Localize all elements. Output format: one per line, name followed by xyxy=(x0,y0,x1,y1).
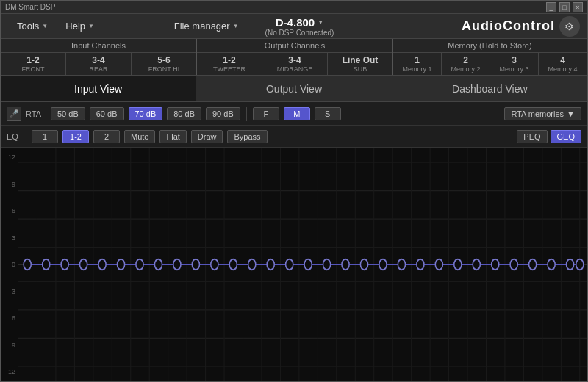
input-tab-12[interactable]: 1-2 FRONT xyxy=(1,53,66,75)
y-label-0: 0 xyxy=(1,261,18,268)
memory-tab-3[interactable]: 3 Memory 3 xyxy=(490,53,539,75)
file-manager-label: File manager xyxy=(174,21,230,32)
output-channel-group: Output Channels 1-2 TWEETER 3-4 MIDRANGE… xyxy=(197,39,393,75)
eq-type-geq[interactable]: GEQ xyxy=(551,130,581,143)
input-tab-34-num: 3-4 xyxy=(92,55,104,65)
close-button[interactable]: × xyxy=(573,2,583,12)
rta-mode-f[interactable]: F xyxy=(253,107,279,120)
eq-type-peq[interactable]: PEQ xyxy=(517,130,547,143)
tools-arrow: ▼ xyxy=(42,23,48,29)
memory-group-title: Memory (Hold to Store) xyxy=(393,39,587,53)
output-tab-34[interactable]: 3-4 MIDRANGE xyxy=(262,53,328,75)
tools-menu[interactable]: Tools ▼ xyxy=(8,18,57,35)
view-btn-input-label: Input View xyxy=(74,83,122,95)
memory-tab-2-label: Memory 2 xyxy=(451,65,480,73)
device-info[interactable]: D-4.800 ▼ (No DSP Connected) xyxy=(257,15,343,38)
title-bar: DM Smart DSP _ □ × xyxy=(1,1,587,14)
output-tab-lineout-label: SUB xyxy=(354,65,368,73)
output-tab-lineout-num: Line Out xyxy=(343,55,379,65)
rta-label: RTA xyxy=(26,109,46,118)
file-manager-arrow: ▼ xyxy=(233,23,239,29)
eq-label: EQ xyxy=(7,132,27,141)
eq-point-24 xyxy=(473,259,480,270)
mic-icon[interactable]: 🎤 xyxy=(7,107,21,121)
rta-80db[interactable]: 80 dB xyxy=(167,107,201,120)
memory-tab-1[interactable]: 1 Memory 1 xyxy=(393,53,442,75)
output-tab-12[interactable]: 1-2 TWEETER xyxy=(197,53,262,75)
help-arrow: ▼ xyxy=(88,23,94,29)
chart-area xyxy=(18,148,587,381)
title-bar-controls: _ □ × xyxy=(546,2,583,12)
y-label-12top: 12 xyxy=(1,154,18,161)
eq-point-29 xyxy=(566,259,573,270)
eq-point-21 xyxy=(417,259,424,270)
eq-point-23 xyxy=(454,259,462,270)
help-menu[interactable]: Help ▼ xyxy=(57,18,103,35)
rta-memories-dropdown[interactable]: RTA memories ▼ xyxy=(504,107,581,120)
eq-ch-12[interactable]: 1-2 xyxy=(62,130,89,143)
memory-tab-4[interactable]: 4 Memory 4 xyxy=(539,53,587,75)
eq-point-9 xyxy=(192,259,199,270)
help-label: Help xyxy=(65,21,85,32)
maximize-button[interactable]: □ xyxy=(559,2,570,12)
memory-tab-2-num: 2 xyxy=(463,55,468,65)
separator-1 xyxy=(246,107,247,121)
output-group-title: Output Channels xyxy=(197,39,392,53)
rta-50db[interactable]: 50 dB xyxy=(51,107,85,120)
input-tab-56-num: 5-6 xyxy=(157,55,170,65)
input-tab-12-num: 1-2 xyxy=(26,55,39,65)
output-channel-tabs: 1-2 TWEETER 3-4 MIDRANGE Line Out SUB xyxy=(197,53,392,75)
y-label-neg9: 9 xyxy=(1,342,18,349)
eq-point-18 xyxy=(360,259,368,270)
output-tab-34-num: 3-4 xyxy=(288,55,301,65)
eq-point-17 xyxy=(342,259,349,270)
eq-point-3 xyxy=(80,259,87,270)
eq-point-0 xyxy=(24,259,31,270)
eq-flat[interactable]: Flat xyxy=(159,130,186,143)
menu-center: File manager ▼ D-4.800 ▼ (No DSP Connect… xyxy=(162,15,343,38)
memory-tab-4-num: 4 xyxy=(560,55,565,65)
eq-ch-1[interactable]: 1 xyxy=(32,130,58,143)
eq-point-8 xyxy=(173,259,181,270)
app-window: DM Smart DSP _ □ × Tools ▼ Help ▼ File m… xyxy=(0,0,588,382)
view-btn-dashboard[interactable]: Dashboard View xyxy=(392,76,587,101)
rta-90db[interactable]: 90 dB xyxy=(206,107,240,120)
tools-label: Tools xyxy=(17,21,39,32)
input-tab-12-label: FRONT xyxy=(22,65,45,73)
input-group-title: Input Channels xyxy=(1,39,196,53)
eq-point-27 xyxy=(529,259,537,270)
input-channel-group: Input Channels 1-2 FRONT 3-4 REAR 5-6 FR… xyxy=(1,39,197,75)
input-tab-56[interactable]: 5-6 FRONT HI xyxy=(132,53,196,75)
file-manager-menu[interactable]: File manager ▼ xyxy=(162,18,251,35)
input-tab-34[interactable]: 3-4 REAR xyxy=(66,53,132,75)
menu-bar: Tools ▼ Help ▼ File manager ▼ D-4.800 ▼ … xyxy=(1,14,587,39)
memory-tab-1-num: 1 xyxy=(415,55,420,65)
view-btn-output[interactable]: Output View xyxy=(196,76,392,101)
eq-point-28 xyxy=(548,259,555,270)
memory-tab-2[interactable]: 2 Memory 2 xyxy=(442,53,490,75)
rta-mode-s[interactable]: S xyxy=(315,107,341,120)
eq-mute[interactable]: Mute xyxy=(124,130,155,143)
output-tab-lineout[interactable]: Line Out SUB xyxy=(328,53,392,75)
y-label-6: 6 xyxy=(1,207,18,215)
eq-point-7 xyxy=(154,259,162,270)
eq-bypass[interactable]: Bypass xyxy=(227,130,267,143)
eq-point-19 xyxy=(379,259,387,270)
rta-60db[interactable]: 60 dB xyxy=(90,107,124,120)
eq-point-5 xyxy=(117,259,124,270)
eq-point-10 xyxy=(211,259,218,270)
y-label-3: 3 xyxy=(1,234,18,242)
eq-ch-2[interactable]: 2 xyxy=(93,130,120,143)
rta-mode-m[interactable]: M xyxy=(284,107,310,120)
input-tab-34-label: REAR xyxy=(89,65,107,73)
eq-point-16 xyxy=(323,259,330,270)
minimize-button[interactable]: _ xyxy=(546,2,556,12)
eq-point-30 xyxy=(576,259,584,270)
eq-point-13 xyxy=(267,259,274,270)
rta-70db[interactable]: 70 dB xyxy=(129,107,163,120)
eq-point-1 xyxy=(43,259,50,270)
eq-point-15 xyxy=(304,259,312,270)
chart-wrapper: 12 9 6 3 0 3 6 9 12 xyxy=(1,148,587,381)
view-btn-input[interactable]: Input View xyxy=(1,76,196,101)
eq-draw[interactable]: Draw xyxy=(191,130,223,143)
